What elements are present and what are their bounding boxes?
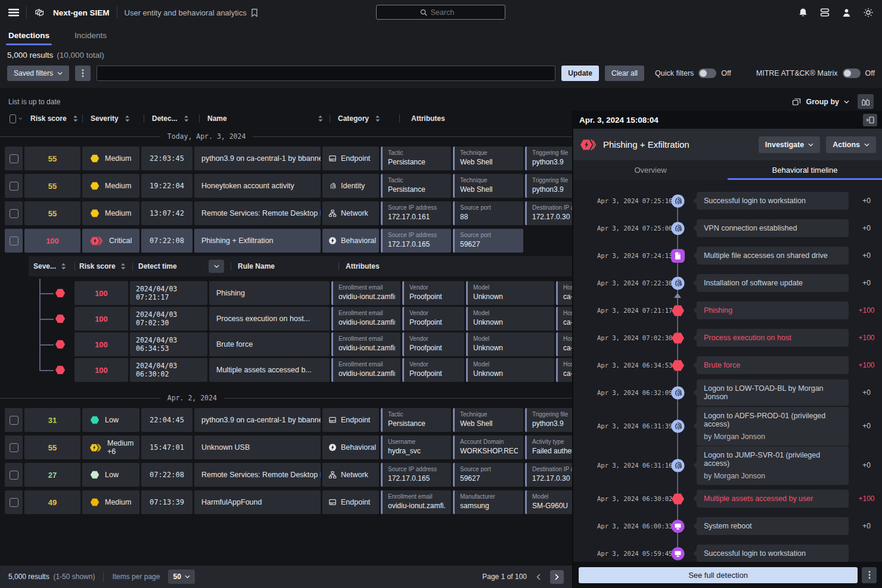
filter-query-input[interactable] bbox=[97, 66, 555, 81]
timeline-event[interactable]: Apr 3, 2024 07:21:17 Phishing +100 bbox=[573, 297, 882, 324]
nested-detection-row[interactable]: 100 2024/04/03 07:21:17 Phishing Enrollm… bbox=[29, 281, 572, 305]
tab-detections[interactable]: Detections bbox=[6, 31, 52, 45]
sort-icon[interactable] bbox=[375, 115, 380, 122]
header-detect-time[interactable]: Detec... bbox=[146, 114, 197, 123]
nested-rule-name-cell[interactable]: Multiple assets accessed b... bbox=[209, 358, 330, 382]
nested-rule-name-cell[interactable]: Brute force bbox=[209, 332, 330, 356]
messages-icon[interactable] bbox=[819, 8, 830, 17]
prev-page-button[interactable] bbox=[532, 570, 545, 584]
sort-icon[interactable] bbox=[125, 115, 130, 122]
theme-toggle-sun-icon[interactable] bbox=[863, 7, 874, 18]
nested-rule-name-cell[interactable]: Phishing bbox=[209, 281, 330, 305]
detection-row[interactable]: 100 Critical 07:22:08 Phishing + Exfiltr… bbox=[5, 229, 572, 253]
detection-row[interactable]: 31 Low 22:04:45 python3.9 on ca-central-… bbox=[5, 408, 572, 432]
column-settings-button[interactable] bbox=[858, 94, 874, 109]
detection-name-cell[interactable]: Remote Services: Remote Desktop Pro... bbox=[194, 201, 321, 225]
quick-filters-toggle[interactable] bbox=[698, 69, 716, 78]
clear-all-button[interactable]: Clear all bbox=[605, 66, 644, 81]
event-bubble[interactable]: Successful login to workstation bbox=[697, 545, 849, 562]
hamburger-menu-icon[interactable] bbox=[8, 8, 19, 17]
detection-name-cell[interactable]: Honeytoken account activity bbox=[194, 174, 321, 198]
timeline-event[interactable]: Apr 3, 2024 06:30:02 Multiple assets acc… bbox=[573, 485, 882, 512]
filter-kebab-button[interactable] bbox=[75, 66, 91, 81]
row-checkbox[interactable] bbox=[10, 182, 18, 191]
event-bubble[interactable]: Installation of software update bbox=[697, 274, 849, 292]
timeline-event[interactable]: Apr 3, 2024 06:32:09 Logon to LOW-TOAD-B… bbox=[573, 379, 882, 406]
sort-icon[interactable] bbox=[61, 263, 66, 270]
event-bubble[interactable]: Logon to JUMP-SVR-01 (privileged access)… bbox=[697, 446, 849, 485]
event-bubble[interactable]: Logon to ADFS-PROD-01 (privileged access… bbox=[697, 407, 849, 446]
tab-behavioral-timeline[interactable]: Behavioral timeline bbox=[728, 160, 882, 180]
sort-icon[interactable] bbox=[73, 115, 78, 122]
detection-row[interactable]: 55 Medium 19:22:04 Honeytoken account ac… bbox=[5, 174, 572, 198]
tab-overview[interactable]: Overview bbox=[573, 160, 728, 180]
detection-row[interactable]: 49 Medium 07:13:39 HarmfulAppFound Endpo… bbox=[5, 490, 572, 514]
timeline-event[interactable]: Apr 3, 2024 06:34:53 Brute force +100 bbox=[573, 351, 882, 379]
event-bubble[interactable]: Phishing bbox=[697, 301, 849, 319]
timeline-event[interactable]: Apr 3, 2024 07:22:38 Installation of sof… bbox=[573, 269, 882, 297]
timeline-event[interactable]: Apr 3, 2024 06:31:39 Logon to ADFS-PROD-… bbox=[573, 406, 882, 446]
detection-row[interactable]: 55 Medium 13:07:42 Remote Services: Remo… bbox=[5, 201, 572, 225]
detection-name-cell[interactable]: HarmfulAppFound bbox=[194, 490, 321, 514]
sort-icon[interactable] bbox=[318, 115, 323, 122]
select-all-checkbox[interactable] bbox=[10, 114, 16, 123]
timeline-event[interactable]: Apr 3, 2024 07:25:00 VPN connection esta… bbox=[573, 214, 882, 242]
bookmark-icon[interactable] bbox=[251, 8, 258, 17]
timeline-event[interactable]: Apr 3, 2024 07:02:30 Process execution o… bbox=[573, 324, 882, 351]
nested-rule-name-cell[interactable]: Process execution on host... bbox=[209, 307, 330, 331]
investigate-button[interactable]: Investigate bbox=[759, 136, 820, 153]
detection-name-cell[interactable]: Phishing + Exfiltration bbox=[194, 229, 321, 253]
timeline-event[interactable]: Apr 3, 2024 06:31:16 Logon to JUMP-SVR-0… bbox=[573, 446, 882, 485]
detection-name-cell[interactable]: python3.9 on ca-central-1 by bbanner bbox=[194, 408, 321, 432]
saved-filters-button[interactable]: Saved filters bbox=[7, 66, 69, 81]
user-profile-icon[interactable] bbox=[841, 8, 852, 18]
nested-header-risk[interactable]: Risk score bbox=[77, 262, 131, 270]
actions-button[interactable]: Actions bbox=[826, 136, 876, 153]
items-per-page-select[interactable]: 50 bbox=[168, 570, 194, 584]
event-bubble[interactable]: Successful login to workstation bbox=[697, 192, 849, 210]
header-severity[interactable]: Severity bbox=[85, 114, 142, 123]
detection-name-cell[interactable]: python3.9 on ca-central-1 by bbanner bbox=[194, 147, 321, 170]
panel-kebab-button[interactable] bbox=[862, 567, 877, 583]
global-search[interactable] bbox=[376, 5, 505, 20]
tab-incidents[interactable]: Incidents bbox=[72, 31, 109, 45]
timeline-event[interactable]: Apr 3, 2024 07:25:16 Successful login to… bbox=[573, 187, 882, 214]
row-checkbox[interactable] bbox=[10, 237, 18, 245]
detection-row[interactable]: 27 Low 07:22:08 Remote Services: Remote … bbox=[5, 463, 572, 487]
event-bubble[interactable]: Logon to LOW-TOAD-BL by Morgan Jonson bbox=[697, 379, 849, 406]
row-checkbox[interactable] bbox=[10, 443, 18, 452]
notifications-bell-icon[interactable] bbox=[798, 8, 808, 18]
row-checkbox[interactable] bbox=[10, 416, 18, 425]
next-page-button[interactable] bbox=[550, 570, 564, 584]
see-full-detection-button[interactable]: See full detection bbox=[579, 567, 858, 583]
timeline-event[interactable]: Apr 3, 2024 06:00:33 System reboot +0 bbox=[573, 512, 882, 540]
header-category[interactable]: Category bbox=[332, 114, 397, 123]
nested-detection-row[interactable]: 100 2024/04/03 07:02:30 Process executio… bbox=[29, 307, 572, 331]
event-bubble[interactable]: Brute force bbox=[697, 356, 849, 374]
sort-icon[interactable] bbox=[184, 115, 189, 122]
row-checkbox[interactable] bbox=[10, 209, 18, 218]
event-bubble[interactable]: VPN connection established bbox=[697, 219, 849, 237]
detection-name-cell[interactable]: Unknown USB bbox=[194, 435, 321, 459]
row-checkbox[interactable] bbox=[10, 498, 18, 507]
event-bubble[interactable]: System reboot bbox=[697, 517, 849, 535]
nested-header-detect-time[interactable]: Detect time bbox=[135, 260, 229, 273]
detection-row[interactable]: 55 Medium +6 15:47:01 Unknown USB Behavi… bbox=[5, 435, 572, 459]
row-checkbox[interactable] bbox=[10, 154, 18, 163]
expand-panel-button[interactable] bbox=[863, 114, 877, 126]
header-name[interactable]: Name bbox=[201, 114, 328, 123]
event-bubble[interactable]: Multiple file accesses on shared drive bbox=[697, 247, 849, 265]
row-checkbox[interactable] bbox=[10, 471, 18, 480]
nested-detection-row[interactable]: 100 2024/04/03 06:34:53 Brute force Enro… bbox=[29, 332, 572, 356]
nested-detection-row[interactable]: 100 2024/04/03 06:30:02 Multiple assets … bbox=[29, 358, 572, 382]
timeline-event[interactable]: Apr 3, 2024 07:24:13 Multiple file acces… bbox=[573, 242, 882, 269]
update-button[interactable]: Update bbox=[561, 66, 599, 81]
event-bubble[interactable]: Process execution on host bbox=[697, 329, 849, 347]
crowdstrike-logo-icon[interactable] bbox=[34, 7, 46, 18]
sort-icon[interactable] bbox=[120, 263, 126, 270]
group-by-button[interactable]: Group by bbox=[792, 98, 849, 106]
nested-header-severity[interactable]: Seve... bbox=[29, 262, 73, 270]
detection-name-cell[interactable]: Remote Services: Remote Desktop Pro... bbox=[194, 463, 321, 487]
header-risk-score[interactable]: Risk score bbox=[24, 114, 80, 123]
search-input[interactable] bbox=[431, 8, 462, 17]
